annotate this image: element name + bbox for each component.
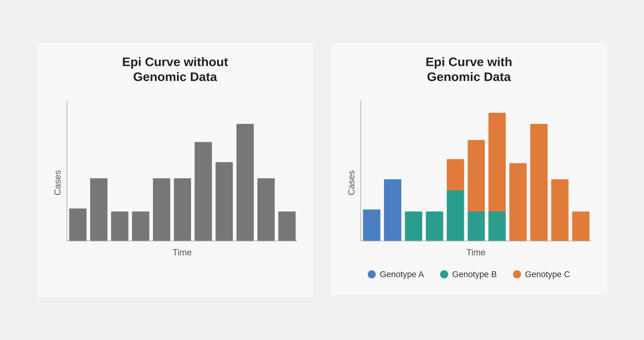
stacked-bar-group (488, 113, 506, 241)
right-chart-plot: Time (360, 100, 592, 257)
left-x-axis-label: Time (66, 247, 298, 257)
stacked-bar (509, 163, 527, 241)
stacked-bar-group (509, 163, 527, 241)
bar-teal (468, 211, 485, 241)
bar-group (174, 178, 191, 241)
bar-orange (572, 211, 590, 241)
bar-orange (509, 163, 527, 241)
bar-group (69, 208, 86, 241)
bar-teal (426, 211, 443, 241)
legend-label-a: Genotype A (380, 269, 424, 279)
stacked-bar-group (405, 211, 422, 241)
left-chart-area: Cases Time (52, 100, 298, 257)
stacked-bar-group (363, 209, 380, 241)
stacked-bar (468, 140, 485, 241)
legend-label-b: Genotype B (452, 269, 497, 279)
bar-group (111, 211, 128, 241)
bar-orange (530, 124, 548, 241)
bar-group (132, 211, 149, 241)
bar-orange (551, 179, 568, 241)
left-chart-plot: Time (66, 100, 298, 257)
bar-gray (90, 178, 108, 241)
bar-blue (384, 179, 401, 241)
legend-dot-c (513, 270, 521, 278)
legend-item-c: Genotype C (513, 269, 570, 279)
bar-group (194, 142, 212, 241)
bar-gray (216, 162, 233, 241)
left-chart-title: Epi Curve withoutGenomic Data (122, 54, 228, 84)
legend-label-c: Genotype C (525, 269, 570, 279)
stacked-bar (551, 179, 568, 241)
stacked-bar-group (468, 140, 485, 241)
stacked-bar (405, 211, 422, 241)
stacked-bar-group (572, 211, 590, 241)
bar-orange (447, 159, 464, 190)
bar-group (90, 178, 108, 241)
left-bars-container (66, 100, 298, 241)
bar-gray (153, 178, 170, 241)
legend-dot-a (368, 270, 376, 278)
legend-dot-b (440, 270, 448, 278)
right-chart-area: Cases Time (346, 100, 592, 257)
bar-group (216, 162, 233, 241)
bar-gray (69, 208, 86, 241)
stacked-bar (363, 209, 380, 241)
bar-gray (111, 211, 128, 241)
charts-row: Epi Curve withoutGenomic Data Cases Time… (12, 42, 632, 298)
right-chart-title: Epi Curve withGenomic Data (426, 54, 512, 84)
left-y-axis-label: Cases (52, 100, 62, 257)
bar-teal (447, 190, 464, 241)
bar-gray (132, 211, 149, 241)
stacked-bar (447, 159, 464, 241)
bar-group (258, 178, 275, 241)
bar-gray (236, 124, 254, 241)
stacked-bar-group (551, 179, 568, 241)
stacked-bar-group (530, 124, 548, 241)
right-chart-panel: Epi Curve withGenomic Data Cases Time Ge… (330, 42, 608, 296)
stacked-bar (384, 179, 401, 241)
stacked-bar (572, 211, 590, 241)
stacked-bar-group (384, 179, 401, 241)
right-bars-container (360, 100, 592, 241)
bar-orange (488, 113, 506, 211)
right-y-axis-label: Cases (346, 100, 356, 257)
left-chart-panel: Epi Curve withoutGenomic Data Cases Time (36, 42, 314, 298)
bar-blue (363, 209, 380, 241)
stacked-bar-group (447, 159, 464, 241)
legend-item-a: Genotype A (368, 269, 424, 279)
page-container: Epi Curve withoutGenomic Data Cases Time… (0, 0, 644, 340)
bar-teal (488, 211, 506, 241)
bar-group (278, 211, 296, 241)
bar-group (236, 124, 254, 241)
bar-gray (278, 211, 296, 241)
stacked-bar (488, 113, 506, 241)
bar-orange (468, 140, 485, 211)
stacked-bar-group (426, 211, 443, 241)
bar-gray (194, 142, 212, 241)
right-x-axis-label: Time (360, 247, 592, 257)
stacked-bar (426, 211, 443, 241)
bar-group (153, 178, 170, 241)
legend-row: Genotype A Genotype B Genotype C (368, 269, 570, 279)
bar-teal (405, 211, 422, 241)
bar-gray (258, 178, 275, 241)
legend-item-b: Genotype B (440, 269, 497, 279)
stacked-bar (530, 124, 548, 241)
bar-gray (174, 178, 191, 241)
